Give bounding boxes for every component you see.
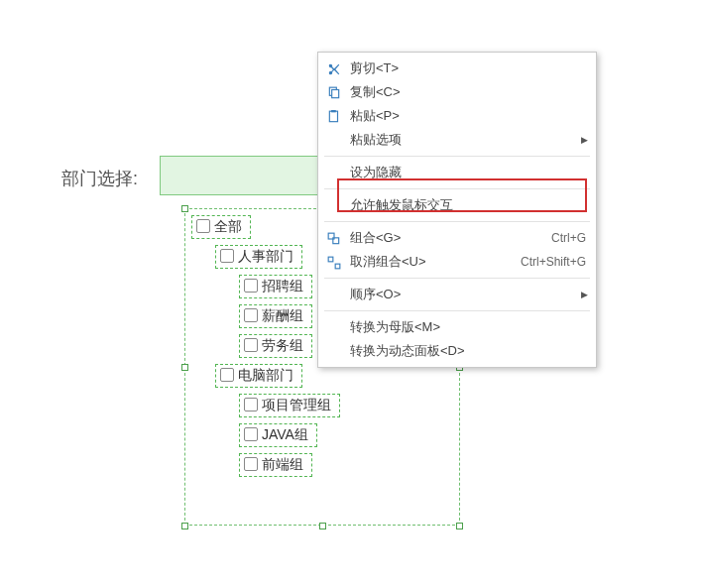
- tree-item[interactable]: 前端组: [239, 453, 453, 477]
- resize-handle-w[interactable]: [181, 364, 188, 371]
- svg-rect-2: [329, 111, 337, 122]
- menu-ungroup-shortcut: Ctrl+Shift+G: [521, 255, 586, 269]
- menu-set-hidden[interactable]: 设为隐藏: [318, 161, 596, 184]
- menu-separator: [324, 156, 590, 157]
- menu-order[interactable]: 顺序<O>: [318, 283, 596, 306]
- checkbox-icon[interactable]: [244, 308, 258, 322]
- menu-paste-label: 粘贴<P>: [344, 107, 586, 125]
- checkbox-icon[interactable]: [220, 249, 234, 263]
- svg-rect-7: [335, 264, 340, 269]
- department-select-label: 部门选择:: [61, 167, 138, 190]
- copy-icon: [324, 84, 344, 100]
- checkbox-icon[interactable]: [244, 398, 258, 412]
- checkbox-icon[interactable]: [244, 338, 258, 352]
- menu-ungroup[interactable]: 取消组合<U> Ctrl+Shift+G: [318, 250, 596, 274]
- tree-item-label: 薪酬组: [262, 307, 303, 323]
- menu-ungroup-label: 取消组合<U>: [344, 253, 511, 271]
- tree-item-label: 劳务组: [262, 337, 303, 353]
- menu-group[interactable]: 组合<G> Ctrl+G: [318, 226, 596, 250]
- tree-item-label: 前端组: [262, 456, 303, 472]
- checkbox-icon[interactable]: [244, 427, 258, 441]
- resize-handle-sw[interactable]: [181, 523, 188, 529]
- menu-convert-master-label: 转换为母版<M>: [344, 318, 586, 336]
- group-icon: [324, 230, 344, 246]
- menu-allow-mouse[interactable]: 允许触发鼠标交互: [318, 193, 596, 217]
- menu-separator: [324, 188, 590, 189]
- tree-item-label: 招聘组: [262, 278, 303, 294]
- svg-rect-1: [332, 89, 339, 97]
- menu-convert-dynamic-panel[interactable]: 转换为动态面板<D>: [318, 339, 596, 363]
- resize-handle-se[interactable]: [456, 523, 463, 529]
- scissors-icon: [324, 60, 344, 76]
- svg-rect-6: [328, 257, 333, 262]
- menu-paste-options-label: 粘贴选项: [344, 131, 586, 149]
- menu-convert-master[interactable]: 转换为母版<M>: [318, 315, 596, 339]
- tree-item-label: 项目管理组: [262, 397, 331, 412]
- menu-separator: [324, 310, 590, 311]
- menu-group-shortcut: Ctrl+G: [551, 231, 586, 245]
- tree-item-label: 人事部门: [238, 248, 293, 264]
- checkbox-icon[interactable]: [220, 368, 234, 382]
- menu-allow-mouse-label: 允许触发鼠标交互: [344, 196, 586, 214]
- menu-set-hidden-label: 设为隐藏: [344, 164, 586, 181]
- checkbox-icon[interactable]: [244, 457, 258, 471]
- menu-group-label: 组合<G>: [344, 229, 541, 247]
- ungroup-icon: [324, 254, 344, 270]
- paste-icon: [324, 108, 344, 124]
- tree-item-label: 全部: [214, 218, 242, 234]
- menu-separator: [324, 221, 590, 222]
- menu-paste-options[interactable]: 粘贴选项: [318, 128, 596, 152]
- tree-item[interactable]: JAVA组: [239, 423, 453, 447]
- menu-separator: [324, 278, 590, 279]
- menu-copy-label: 复制<C>: [344, 83, 586, 101]
- svg-rect-3: [331, 110, 336, 112]
- checkbox-icon[interactable]: [196, 219, 210, 233]
- resize-handle-s[interactable]: [319, 523, 326, 529]
- menu-convert-dynamic-label: 转换为动态面板<D>: [344, 342, 586, 360]
- menu-paste[interactable]: 粘贴<P>: [318, 104, 596, 128]
- context-menu: 剪切<T> 复制<C> 粘贴<P> 粘贴选项 设为隐藏 允许触发鼠标交互 组合<…: [317, 52, 597, 368]
- menu-order-label: 顺序<O>: [344, 286, 586, 303]
- tree-item-label: JAVA组: [262, 426, 308, 442]
- checkbox-icon[interactable]: [244, 279, 258, 293]
- menu-cut-label: 剪切<T>: [344, 59, 586, 77]
- menu-cut[interactable]: 剪切<T>: [318, 57, 596, 80]
- tree-item[interactable]: 项目管理组: [239, 394, 453, 417]
- menu-copy[interactable]: 复制<C>: [318, 80, 596, 104]
- tree-item-label: 电脑部门: [238, 367, 293, 383]
- resize-handle-nw[interactable]: [181, 205, 188, 212]
